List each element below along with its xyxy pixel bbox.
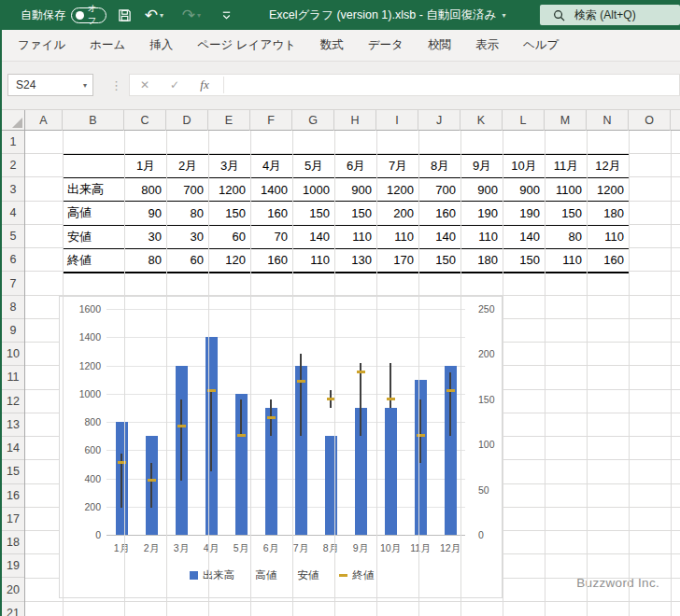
table-cell-value[interactable]: 900	[503, 178, 545, 202]
insert-function-button[interactable]: fx	[190, 77, 220, 92]
row-header-15[interactable]: 15	[2, 460, 24, 483]
table-cell-value[interactable]: 90	[125, 202, 167, 225]
row-header-4[interactable]: 4	[2, 202, 24, 225]
table-cell-value[interactable]: 110	[293, 249, 335, 273]
ribbon-tab-3[interactable]: 挿入	[137, 30, 185, 62]
table-cell-value[interactable]: 150	[209, 202, 251, 225]
row-header-6[interactable]: 6	[2, 248, 24, 272]
table-cell-value[interactable]: 1200	[588, 178, 630, 202]
table-cell-value[interactable]: 160	[251, 249, 293, 273]
row-header-12[interactable]: 12	[2, 390, 24, 413]
column-header-L[interactable]: L	[503, 110, 545, 131]
table-cell-value[interactable]: 150	[419, 249, 461, 273]
legend-item-安値[interactable]: 安値	[297, 568, 319, 582]
close-marker[interactable]	[387, 398, 395, 400]
table-cell-value[interactable]: 1400	[251, 178, 293, 202]
row-header-7[interactable]: 7	[2, 272, 24, 295]
row-header-2[interactable]: 2	[2, 154, 24, 177]
table-cell-value[interactable]: 120	[209, 249, 251, 273]
table-cell-value[interactable]: 60	[209, 226, 251, 249]
ribbon-tab-7[interactable]: 校閲	[416, 30, 463, 62]
table-cell-value[interactable]: 700	[167, 178, 209, 202]
row-header-18[interactable]: 18	[2, 531, 24, 554]
undo-button[interactable]: ↶▾	[140, 0, 168, 30]
table-cell-value[interactable]: 60	[167, 249, 209, 273]
column-header-H[interactable]: H	[334, 110, 376, 131]
table-cell-value[interactable]: 700	[419, 178, 461, 202]
volume-bar[interactable]	[385, 408, 397, 535]
row-header-19[interactable]: 19	[2, 554, 24, 578]
column-header-G[interactable]: G	[292, 110, 334, 131]
table-cell-value[interactable]: 140	[419, 226, 461, 249]
ribbon-tab-8[interactable]: 表示	[463, 30, 511, 62]
table-cell-value[interactable]: 1200	[377, 178, 419, 202]
column-header-C[interactable]: C	[124, 110, 166, 131]
table-cell-value[interactable]: 900	[461, 178, 503, 202]
column-header-K[interactable]: K	[460, 110, 503, 131]
table-cell-value[interactable]: 80	[125, 249, 167, 273]
row-header-20[interactable]: 20	[2, 578, 24, 601]
row-header-17[interactable]: 17	[2, 508, 24, 531]
column-header-J[interactable]: J	[418, 110, 460, 131]
column-header-I[interactable]: I	[376, 110, 418, 131]
row-header-8[interactable]: 8	[2, 296, 24, 319]
table-cell-value[interactable]: 110	[461, 226, 503, 249]
table-row-label[interactable]: 高値	[64, 202, 125, 225]
close-marker[interactable]	[148, 479, 156, 482]
table-cell-value[interactable]: 150	[503, 249, 545, 273]
ribbon-tab-4[interactable]: ページ レイアウト	[185, 30, 308, 62]
column-header-B[interactable]: B	[63, 110, 124, 131]
table-cell-value[interactable]: 1100	[545, 178, 588, 202]
redo-button[interactable]: ↷▾	[177, 0, 205, 30]
table-cell-value[interactable]: 160	[588, 249, 630, 273]
table-cell-value[interactable]: 1000	[293, 178, 335, 202]
legend-item-終値[interactable]: 終値	[339, 568, 374, 582]
row-header-10[interactable]: 10	[2, 343, 24, 366]
table-cell-value[interactable]: 30	[125, 226, 167, 249]
table-cell-value[interactable]: 150	[545, 202, 588, 225]
legend-item-出来高[interactable]: 出来高	[190, 568, 235, 582]
table-cell-value[interactable]: 70	[251, 226, 293, 249]
row-header-21[interactable]: 21	[2, 602, 24, 616]
table-cell-value[interactable]: 110	[545, 249, 588, 273]
row-header-14[interactable]: 14	[2, 437, 24, 460]
table-cell-value[interactable]: 900	[335, 178, 377, 202]
close-marker[interactable]	[357, 371, 365, 373]
close-marker[interactable]	[417, 434, 425, 437]
close-marker[interactable]	[267, 416, 276, 419]
table-cell-value[interactable]: 140	[293, 226, 335, 249]
column-header-M[interactable]: M	[545, 110, 587, 131]
row-header-11[interactable]: 11	[2, 366, 24, 389]
ribbon-tab-5[interactable]: 数式	[308, 30, 356, 62]
table-cell-value[interactable]: 150	[335, 202, 377, 225]
legend-item-高値[interactable]: 高値	[255, 568, 276, 582]
table-cell-value[interactable]: 190	[461, 202, 503, 225]
cancel-button[interactable]: ✕	[130, 78, 160, 91]
ribbon-tab-9[interactable]: ヘルプ	[511, 30, 571, 62]
column-header-E[interactable]: E	[208, 110, 250, 131]
row-header-1[interactable]: 1	[2, 131, 24, 154]
table-cell-value[interactable]: 140	[503, 226, 545, 249]
table-cell-value[interactable]: 110	[335, 226, 377, 249]
row-header-13[interactable]: 13	[2, 413, 24, 437]
row-header-3[interactable]: 3	[2, 177, 24, 201]
table-cell-value[interactable]: 800	[125, 178, 167, 202]
stock-volume-chart[interactable]: 0200400600800100012001400160005010015020…	[59, 296, 503, 598]
table-cell-value[interactable]: 200	[377, 202, 419, 225]
table-row-label[interactable]: 安値	[64, 226, 125, 249]
table-cell-value[interactable]: 1200	[209, 178, 251, 202]
row-header-9[interactable]: 9	[2, 319, 24, 343]
table-cell-value[interactable]: 110	[588, 226, 630, 249]
table-cell-value[interactable]: 150	[293, 202, 335, 225]
name-box[interactable]: S24 ▾	[7, 74, 93, 96]
table-cell-value[interactable]: 180	[588, 202, 630, 225]
table-cell-value[interactable]: 80	[167, 202, 209, 225]
close-marker[interactable]	[297, 380, 305, 383]
table-cell-value[interactable]: 130	[335, 249, 377, 273]
table-row-label[interactable]: 終値	[64, 249, 125, 273]
close-marker[interactable]	[237, 434, 246, 437]
table-cell-value[interactable]: 170	[377, 249, 419, 273]
column-header-O[interactable]: O	[629, 110, 671, 131]
column-header-N[interactable]: N	[587, 110, 629, 131]
close-marker[interactable]	[177, 425, 186, 427]
